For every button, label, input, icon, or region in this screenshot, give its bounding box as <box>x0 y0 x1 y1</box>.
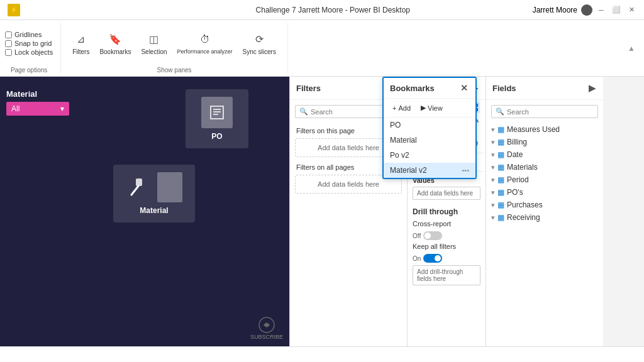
selection-icon: ◫ <box>147 32 162 47</box>
main-area: Material All ▾ PO Material <box>0 77 644 346</box>
chevron-down-icon-receiving: ▾ <box>491 214 495 222</box>
fields-search-icon: 🔍 <box>496 107 504 116</box>
bookmarks-toolbar: + Add ▶ View <box>384 99 475 118</box>
sync-label: Sync slicers <box>243 48 276 55</box>
cross-report-toggle[interactable] <box>423 231 442 240</box>
minimize-button[interactable]: ─ <box>596 5 606 15</box>
fields-search-input[interactable] <box>507 108 594 116</box>
field-group-measures[interactable]: ▾ ▦ Measures Used <box>486 123 603 136</box>
filters-icon: ⊿ <box>74 32 89 47</box>
bookmarks-title: Bookmarks <box>390 84 435 93</box>
material-doc-icon <box>157 172 182 202</box>
ribbon-section-show-panes: ⊿ Filters 🔖 Bookmarks ◫ Selection ⏱ Perf… <box>69 23 288 74</box>
cross-report-off-label: Off <box>413 233 421 239</box>
bookmarks-icon: 🔖 <box>108 32 123 47</box>
gridlines-checkbox[interactable] <box>5 31 12 38</box>
subscribe-badge: SUBSCRIBE <box>250 316 283 340</box>
svg-line-5 <box>131 186 138 195</box>
fields-panel: Fields ▶ 🔍 ▾ ▦ Measures Used ▾ ▦ Billing… <box>486 77 603 346</box>
field-group-pos[interactable]: ▾ ▦ PO's <box>486 186 603 199</box>
material-dropdown[interactable]: All ▾ <box>6 102 69 116</box>
ribbon-filters-button[interactable]: ⊿ Filters <box>69 30 93 58</box>
page-options-checkboxes: Gridlines Snap to grid Lock objects <box>5 31 53 56</box>
restore-button[interactable]: ⬜ <box>611 5 621 15</box>
material-hammer-icon <box>126 175 151 200</box>
keep-filters-label: Keep all filters <box>413 243 456 250</box>
chevron-down-icon-billing: ▾ <box>491 138 495 146</box>
svg-marker-0 <box>211 106 223 119</box>
ribbon-sync-button[interactable]: ⟳ Sync slicers <box>239 30 280 58</box>
purchases-table-icon: ▦ <box>497 200 504 209</box>
dropdown-chevron-icon: ▾ <box>60 104 64 113</box>
keep-filters-toggle-row: On <box>413 254 480 263</box>
bookmark-material-v2[interactable]: Material v2 ••• <box>384 163 475 178</box>
bookmarks-panel: Bookmarks ✕ + Add ▶ View PO Material Po … <box>382 77 477 179</box>
filters-label: Filters <box>72 48 89 55</box>
lock-objects-label: Lock objects <box>14 48 53 56</box>
chevron-down-icon-materials: ▾ <box>491 163 495 172</box>
chevron-down-icon-purchases: ▾ <box>491 201 495 209</box>
billing-table-icon: ▦ <box>497 138 504 146</box>
bookmarks-close-icon[interactable]: ✕ <box>459 82 469 94</box>
show-panes-label: Show panes <box>157 64 192 74</box>
bookmarks-panel-header: Bookmarks ✕ <box>384 78 475 99</box>
filters-title: Filters <box>296 84 321 93</box>
snap-to-grid-checkbox[interactable] <box>5 40 12 47</box>
field-group-purchases[interactable]: ▾ ▦ Purchases <box>486 199 603 211</box>
materials-table-icon: ▦ <box>497 163 504 172</box>
view-icon: ▶ <box>421 104 426 112</box>
bookmark-po[interactable]: PO <box>384 118 475 133</box>
filters-search-icon: 🔍 <box>299 107 308 116</box>
keep-filters-row: Keep all filters <box>413 243 480 250</box>
field-group-period[interactable]: ▾ ▦ Period <box>486 173 603 186</box>
bookmark-more-icon[interactable]: ••• <box>462 167 469 174</box>
snap-to-grid-label: Snap to grid <box>14 40 52 47</box>
user-name: Jarrett Moore <box>533 6 577 14</box>
ribbon-selection-button[interactable]: ◫ Selection <box>137 30 170 58</box>
fields-panel-header: Fields ▶ <box>486 77 603 100</box>
sync-icon: ⟳ <box>252 32 267 47</box>
fields-search-box[interactable]: 🔍 <box>491 105 598 118</box>
measures-table-icon: ▦ <box>497 125 504 134</box>
po-visual-icon <box>201 97 233 128</box>
pos-table-icon: ▦ <box>497 188 504 197</box>
window-controls[interactable]: ─ ⬜ ✕ <box>596 5 636 15</box>
chevron-down-icon-period: ▾ <box>491 176 495 184</box>
bookmarks-view-button[interactable]: ▶ View <box>418 102 445 113</box>
fields-expand-icon[interactable]: ▶ <box>587 82 597 94</box>
ribbon-section-page-options: Gridlines Snap to grid Lock objects Page… <box>5 23 61 74</box>
selection-label: Selection <box>141 48 167 55</box>
field-group-receiving[interactable]: ▾ ▦ Receiving <box>486 211 603 224</box>
chevron-down-icon: ▾ <box>491 126 495 134</box>
keep-filters-on-label: On <box>413 255 421 262</box>
close-button[interactable]: ✕ <box>626 5 636 15</box>
date-table-icon: ▦ <box>497 150 504 159</box>
drill-through-add-field[interactable]: Add drill-through fields here <box>413 265 480 285</box>
gridlines-label: Gridlines <box>14 31 42 38</box>
ribbon: Gridlines Snap to grid Lock objects Page… <box>0 20 644 77</box>
material-card-label: Material <box>140 206 168 215</box>
field-group-materials[interactable]: ▾ ▦ Materials <box>486 161 603 173</box>
canvas-area: Material All ▾ PO Material <box>0 77 289 346</box>
material-card: Material <box>113 165 195 222</box>
bookmarks-label: Bookmarks <box>99 48 131 55</box>
fields-list: ▾ ▦ Measures Used ▾ ▦ Billing ▾ ▦ Date ▾… <box>486 123 603 346</box>
performance-icon: ⏱ <box>197 32 213 47</box>
cross-report-label: Cross-report <box>413 220 451 228</box>
keep-filters-toggle[interactable] <box>423 254 442 263</box>
bookmarks-add-button[interactable]: + Add <box>390 102 413 113</box>
lock-objects-checkbox[interactable] <box>5 49 12 56</box>
bookmark-po-v2[interactable]: Po v2 <box>384 148 475 163</box>
add-icon: + <box>392 104 396 112</box>
ribbon-performance-button[interactable]: ⏱ Performance analyzer <box>174 30 236 57</box>
field-group-date[interactable]: ▾ ▦ Date <box>486 148 603 161</box>
svg-rect-4 <box>136 178 142 186</box>
ribbon-bookmarks-button[interactable]: 🔖 Bookmarks <box>96 30 135 58</box>
field-group-billing[interactable]: ▾ ▦ Billing <box>486 136 603 148</box>
ribbon-collapse-icon[interactable]: ▲ <box>626 43 636 53</box>
bookmark-material[interactable]: Material <box>384 133 475 148</box>
user-avatar <box>581 4 592 16</box>
viz-add-field-area[interactable]: Add data fields here <box>413 187 480 200</box>
receiving-table-icon: ▦ <box>497 213 504 222</box>
po-card-label: PO <box>211 132 222 141</box>
